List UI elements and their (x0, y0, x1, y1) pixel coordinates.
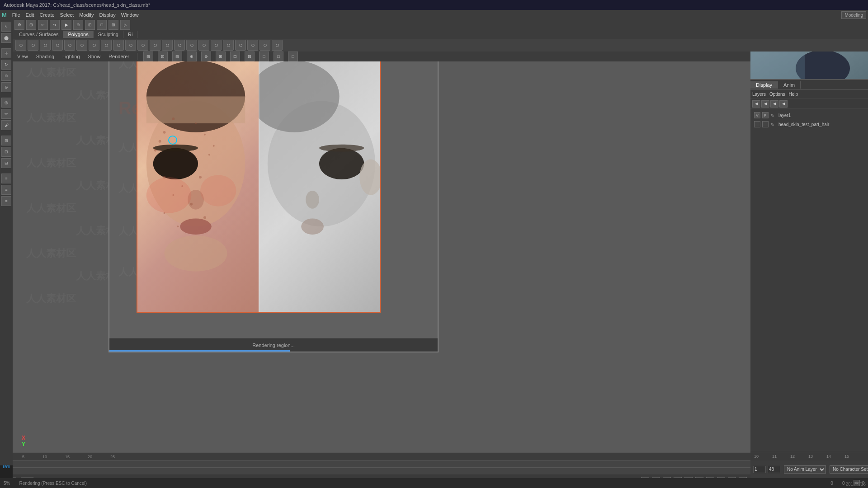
view-menu-view[interactable]: View (15, 54, 30, 59)
shelf-icon-4[interactable]: ⬡ (52, 40, 63, 51)
layer-vis-1[interactable]: V (754, 112, 760, 118)
shelf-icon-15[interactable]: ⬡ (186, 40, 197, 51)
layers-item[interactable]: Layers (752, 92, 766, 97)
menu-create[interactable]: Create (40, 12, 55, 18)
shelf-icon-19[interactable]: ⬡ (235, 40, 246, 51)
view-icon-11[interactable]: □ (288, 52, 298, 61)
menu-display[interactable]: Display (99, 12, 116, 18)
view-icon-9[interactable]: □ (259, 52, 269, 61)
snap-tool-3[interactable]: ⊟ (1, 158, 11, 168)
shelf-icon-16[interactable]: ⬡ (198, 40, 209, 51)
select-tool[interactable]: ↖ (1, 22, 11, 32)
help-item[interactable]: Help (788, 92, 798, 97)
svg-point-4 (153, 145, 198, 152)
shelf-icon-18[interactable]: ⬡ (223, 40, 234, 51)
layer-name-2[interactable]: head_skin_test_part_hair (778, 122, 829, 127)
shelf-icon-1[interactable]: ⬡ (15, 40, 26, 51)
view-icon-10[interactable]: □ (274, 52, 283, 61)
shelf-icon-11[interactable]: ⬡ (137, 40, 148, 51)
timeline-content[interactable] (0, 461, 750, 474)
paint-tool[interactable]: 🖌 (1, 120, 11, 130)
shelf-icon-20[interactable]: ⬡ (247, 40, 258, 51)
snap-tool-2[interactable]: ⊡ (1, 147, 11, 157)
shelf-icon-10[interactable]: ⬡ (125, 40, 136, 51)
display-tool-2[interactable]: ≡ (1, 185, 11, 195)
toolbar-icon-5[interactable]: ▶ (61, 20, 71, 30)
menu-file[interactable]: File (12, 12, 20, 18)
toolbar-icon-1[interactable]: ⚙ (14, 20, 24, 30)
tab-curves-surfaces[interactable]: Curves / Surfaces (14, 31, 63, 38)
shelf-icon-6[interactable]: ⬡ (76, 40, 87, 51)
shelf-icon-12[interactable]: ⬡ (150, 40, 160, 51)
layer-vis-2[interactable] (754, 121, 760, 127)
svg-rect-2 (146, 96, 245, 123)
move-tool[interactable]: ✛ (1, 48, 11, 58)
layer-ctrl-3[interactable]: ◀ (770, 100, 778, 108)
lasso-tool[interactable]: ⬤ (1, 33, 11, 43)
rotate-tool[interactable]: ↻ (1, 60, 11, 70)
view-icon-2[interactable]: ⊡ (158, 52, 168, 61)
view-menu-show[interactable]: Show (86, 54, 103, 59)
view-icon-4[interactable]: ⊕ (187, 52, 197, 61)
layer-ctrl-4[interactable]: ◀ (779, 100, 788, 108)
shelf-icon-13[interactable]: ⬡ (162, 40, 173, 51)
shelf-icon-7[interactable]: ⬡ (89, 40, 99, 51)
anim-tab[interactable]: Anim (778, 81, 801, 89)
options-item[interactable]: Options (769, 92, 785, 97)
r-ruler-13: 13 (808, 454, 813, 459)
tab-sculpting[interactable]: Sculpting (94, 31, 123, 38)
view-icon-8[interactable]: ⊟ (245, 52, 255, 61)
menu-select[interactable]: Select (60, 12, 74, 18)
view-icon-6[interactable]: ⊞ (216, 52, 226, 61)
universal-tool[interactable]: ⊛ (1, 82, 11, 92)
toolbar-icon-10[interactable]: ▷ (120, 20, 130, 30)
display-tool-3[interactable]: ≡ (1, 196, 11, 206)
toolbar-icon-4[interactable]: ↪ (50, 20, 60, 30)
char-set-select[interactable]: No Character Set (830, 465, 868, 474)
anim-layer-select[interactable]: No Anim Layer (784, 465, 826, 474)
shelf-icon-14[interactable]: ⬡ (174, 40, 185, 51)
toolbar-icon-3[interactable]: ↩ (38, 20, 48, 30)
playback-start-input[interactable] (753, 466, 766, 473)
shelf-icon-5[interactable]: ⬡ (64, 40, 75, 51)
view-menu-renderer[interactable]: Renderer (107, 54, 131, 59)
playback-end-input[interactable] (768, 466, 780, 473)
svg-point-12 (190, 203, 193, 206)
shelf-icon-21[interactable]: ⬡ (259, 40, 270, 51)
menu-modify[interactable]: Modify (79, 12, 94, 18)
layer-ctrl-2[interactable]: ◀ (761, 100, 769, 108)
soft-select-tool[interactable]: ◎ (1, 98, 11, 108)
toolbar-icon-9[interactable]: ⊞ (108, 20, 118, 30)
view-icon-1[interactable]: ⊞ (143, 52, 153, 61)
snap-tool-1[interactable]: ⊞ (1, 136, 11, 145)
display-tool-1[interactable]: ≡ (1, 174, 11, 183)
shelf-icon-9[interactable]: ⬡ (113, 40, 124, 51)
shelf-icon-22[interactable]: ⬡ (272, 40, 283, 51)
scale-tool[interactable]: ⊕ (1, 71, 11, 81)
svg-point-16 (154, 149, 157, 152)
view-icon-3[interactable]: ⊟ (172, 52, 182, 61)
shelf-icon-17[interactable]: ⬡ (211, 40, 222, 51)
sculpt-tool[interactable]: ✏ (1, 109, 11, 119)
layer-ctrl-1[interactable]: ◀ (752, 100, 760, 108)
toolbar-icon-6[interactable]: ⊕ (73, 20, 83, 30)
view-menu-shading[interactable]: Shading (34, 54, 56, 59)
tab-ri[interactable]: Ri (123, 31, 137, 38)
toolbar-icon-7[interactable]: ⊞ (85, 20, 95, 30)
right-panel: Display Anim Layers Options Help ◀ ◀ ◀ ◀… (750, 10, 868, 465)
toolbar-icon-8[interactable]: □ (97, 20, 107, 30)
tab-polygons[interactable]: Polygons (63, 31, 93, 38)
display-tab[interactable]: Display (750, 81, 778, 89)
menu-window[interactable]: Window (121, 12, 139, 18)
layer-name-1[interactable]: layer1 (778, 113, 791, 118)
shelf-icon-8[interactable]: ⬡ (101, 40, 112, 51)
layer-type-2[interactable] (762, 121, 769, 127)
view-icon-5[interactable]: ⊛ (201, 52, 211, 61)
layer-type-1[interactable]: P (762, 112, 769, 118)
toolbar-icon-2[interactable]: ⊞ (26, 20, 36, 30)
view-menu-lighting[interactable]: Lighting (61, 54, 82, 59)
view-icon-7[interactable]: ⊡ (230, 52, 240, 61)
menu-edit[interactable]: Edit (26, 12, 34, 18)
shelf-icon-2[interactable]: ⬡ (28, 40, 38, 51)
shelf-icon-3[interactable]: ⬡ (40, 40, 51, 51)
